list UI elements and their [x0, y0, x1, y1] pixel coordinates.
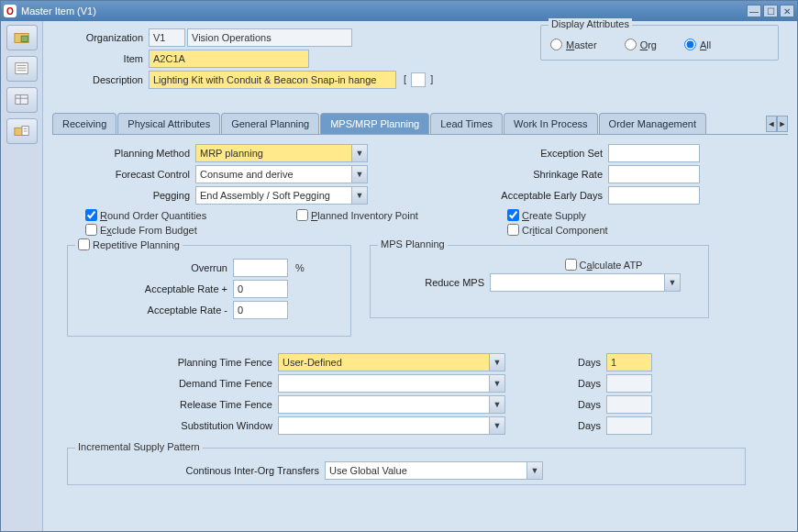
release-time-fence-dropdown[interactable]: ▼: [489, 395, 505, 414]
overrun-field[interactable]: [233, 259, 288, 277]
demand-time-fence-dropdown[interactable]: ▼: [489, 374, 505, 393]
planning-time-fence-dropdown[interactable]: ▼: [489, 353, 505, 371]
repetitive-planning-checkbox[interactable]: Repetitive Planning: [78, 238, 180, 250]
tab-general-planning[interactable]: General Planning: [221, 113, 319, 134]
tab-lead-times[interactable]: Lead Times: [430, 113, 503, 134]
tab-work-in-process[interactable]: Work In Process: [504, 113, 598, 134]
repetitive-planning-title: Repetitive Planning: [75, 238, 183, 250]
tab-strip: Receiving Physical Attributes General Pl…: [52, 111, 788, 135]
acceptable-early-days-field[interactable]: [608, 186, 700, 205]
create-supply-checkbox[interactable]: Create Supply: [507, 209, 586, 221]
master-item-window: O Master Item (V1) — ☐ ✕ Organization V1…: [0, 0, 798, 532]
demand-time-fence-field[interactable]: [278, 374, 489, 393]
reduce-mps-label: Reduce MPS: [380, 277, 490, 288]
critical-component-checkbox[interactable]: Critical Component: [507, 224, 608, 236]
dff-bracket: [ ]: [404, 72, 433, 87]
close-button[interactable]: ✕: [780, 5, 794, 17]
demand-days-label: Days: [505, 378, 606, 389]
maximize-button[interactable]: ☐: [763, 5, 778, 17]
attach-folder-icon[interactable]: [6, 118, 38, 144]
planning-time-fence-label: Planning Time Fence: [67, 357, 278, 368]
list-icon[interactable]: [6, 56, 38, 82]
planning-method-field[interactable]: MRP planning: [195, 144, 351, 162]
organization-label: Organization: [52, 32, 149, 43]
tab-scroll-left[interactable]: ◄: [766, 116, 777, 132]
mps-planning-title: MPS Planning: [378, 238, 448, 249]
subst-days-field[interactable]: [606, 416, 652, 435]
shrinkage-rate-label: Shrinkage Rate: [434, 169, 608, 180]
mps-planning-group: MPS Planning Calculate ATP Reduce MPS ▼: [370, 245, 709, 318]
description-field[interactable]: Lighting Kit with Conduit & Beacon Snap-…: [149, 71, 396, 89]
continuous-inter-org-dropdown[interactable]: ▼: [526, 461, 543, 480]
planning-days-label: Days: [505, 357, 606, 368]
svg-rect-2: [15, 63, 28, 74]
substitution-window-dropdown[interactable]: ▼: [489, 416, 505, 435]
exception-set-field[interactable]: [608, 144, 700, 162]
repetitive-planning-group: Repetitive Planning Overrun % Acceptable…: [67, 245, 351, 337]
overrun-unit: %: [295, 262, 305, 273]
release-time-fence-field[interactable]: [278, 395, 489, 414]
exclude-from-budget-checkbox[interactable]: Exclude From Budget: [85, 224, 507, 236]
calculate-atp-checkbox[interactable]: Calculate ATP: [565, 259, 643, 271]
folder-cube-icon[interactable]: [6, 25, 38, 50]
minimize-button[interactable]: —: [747, 5, 761, 17]
radio-org[interactable]: Org: [625, 39, 657, 50]
display-attributes-title: Display Attributes: [549, 18, 632, 29]
oracle-icon: O: [4, 5, 17, 17]
radio-all[interactable]: All: [684, 39, 711, 50]
reduce-mps-field[interactable]: [490, 273, 664, 292]
table-icon[interactable]: [6, 87, 38, 113]
release-time-fence-label: Release Time Fence: [67, 399, 278, 410]
continuous-inter-org-field[interactable]: Use Global Value: [325, 461, 526, 480]
tab-physical-attributes[interactable]: Physical Attributes: [117, 113, 220, 134]
planning-method-label: Planning Method: [67, 148, 195, 159]
acceptable-early-days-label: Acceptable Early Days: [434, 190, 608, 201]
continuous-inter-org-label: Continous Inter-Org Transfers: [77, 465, 325, 476]
release-days-label: Days: [505, 399, 606, 410]
svg-rect-6: [15, 95, 28, 105]
planning-method-dropdown[interactable]: ▼: [351, 144, 368, 162]
shrinkage-rate-field[interactable]: [608, 165, 700, 183]
substitution-window-label: Substitution Window: [67, 420, 278, 431]
substitution-window-field[interactable]: [278, 416, 489, 435]
forecast-control-dropdown[interactable]: ▼: [351, 165, 368, 183]
demand-time-fence-label: Demand Time Fence: [67, 378, 278, 389]
incremental-supply-pattern-group: Incremental Supply Pattern Continous Int…: [67, 448, 746, 485]
organization-name-field: Vision Operations: [187, 28, 352, 47]
subst-days-label: Days: [505, 420, 606, 431]
pegging-dropdown[interactable]: ▼: [351, 186, 368, 205]
acceptable-rate-plus-label: Acceptable Rate +: [77, 283, 233, 294]
mps-mrp-panel: Planning Method MRP planning▼ Forecast C…: [52, 135, 788, 500]
acceptable-rate-minus-field[interactable]: 0: [233, 301, 288, 319]
dff-field[interactable]: [411, 72, 426, 87]
demand-days-field[interactable]: [606, 374, 652, 393]
incremental-supply-pattern-title: Incremental Supply Pattern: [75, 441, 203, 452]
item-label: Item: [52, 53, 149, 64]
svg-rect-9: [14, 127, 22, 135]
item-field[interactable]: A2C1A: [149, 50, 309, 68]
exception-set-label: Exception Set: [434, 148, 608, 159]
tab-order-management[interactable]: Order Management: [599, 113, 706, 134]
pegging-label: Pegging: [67, 190, 195, 201]
forecast-control-label: Forecast Control: [67, 169, 195, 180]
planned-inventory-point-checkbox[interactable]: Planned Inventory Point: [296, 209, 507, 221]
tab-receiving[interactable]: Receiving: [52, 113, 116, 134]
planning-days-field[interactable]: 1: [606, 353, 652, 371]
acceptable-rate-plus-field[interactable]: 0: [233, 280, 288, 298]
svg-rect-1: [21, 36, 28, 41]
pegging-field[interactable]: End Assembly / Soft Pegging: [195, 186, 351, 205]
tab-scroll-right[interactable]: ►: [777, 116, 788, 132]
release-days-field[interactable]: [606, 395, 652, 414]
acceptable-rate-minus-label: Acceptable Rate -: [77, 305, 233, 316]
planning-time-fence-field[interactable]: User-Defined: [278, 353, 489, 371]
reduce-mps-dropdown[interactable]: ▼: [664, 273, 681, 292]
titlebar: O Master Item (V1) — ☐ ✕: [1, 1, 797, 21]
radio-master[interactable]: MMasteraster: [550, 39, 597, 50]
description-label: Description: [52, 74, 149, 85]
forecast-control-field[interactable]: Consume and derive: [195, 165, 351, 183]
organization-code-field[interactable]: V1: [149, 28, 185, 47]
round-order-quantities-checkbox[interactable]: Round Order Quantities: [85, 209, 296, 221]
display-attributes-group: Display Attributes MMasteraster Org All: [540, 25, 779, 61]
tab-mps-mrp-planning[interactable]: MPS/MRP Planning: [320, 113, 429, 134]
overrun-label: Overrun: [77, 262, 233, 273]
